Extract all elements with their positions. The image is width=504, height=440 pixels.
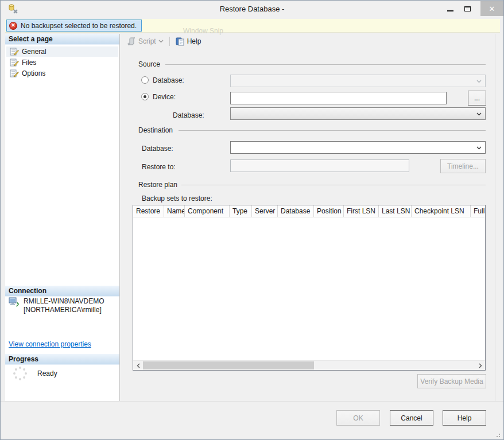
column-header-position: Position (314, 205, 344, 217)
warning-message-text: No backupset selected to be restored. (21, 22, 137, 30)
source-device-radio-label[interactable]: Device: (153, 93, 176, 101)
destination-group-title: Destination (138, 126, 173, 134)
connection-header: Connection (5, 286, 119, 297)
title-bar: Restore Database - ✕ (1, 1, 503, 18)
sidebar-item-label: Options (22, 69, 45, 77)
progress-spinner-icon (12, 365, 28, 381)
column-header-first-lsn: First LSN (344, 205, 379, 217)
timeline-button[interactable]: Timeline... (440, 159, 486, 173)
error-icon: ✕ (9, 22, 17, 30)
script-button[interactable]: Script (125, 36, 166, 46)
column-header-database: Database (278, 205, 314, 217)
column-header-server: Server (252, 205, 278, 217)
scrollbar-thumb[interactable] (143, 361, 314, 369)
close-button[interactable]: ✕ (480, 1, 503, 16)
toolbar: Script Help (120, 34, 495, 49)
source-group-title: Source (138, 60, 160, 68)
destination-database-combobox[interactable] (230, 141, 486, 154)
ok-button[interactable]: OK (336, 410, 380, 426)
script-icon (127, 37, 136, 45)
minimize-button[interactable] (441, 1, 459, 17)
column-header-last-lsn: Last LSN (379, 205, 412, 217)
help-toolbar-button[interactable]: Help (173, 36, 204, 47)
column-header-type: Type (230, 205, 252, 217)
browse-device-button[interactable]: ... (468, 91, 486, 106)
warning-message-box[interactable]: ✕ No backupset selected to be restored. (6, 20, 142, 32)
sidebar: Select a page General Files (5, 34, 120, 401)
page-icon (10, 48, 19, 56)
column-header-full-lsn: Full LSN (471, 205, 485, 217)
progress-header: Progress (5, 354, 119, 365)
sidebar-item-general[interactable]: General (6, 46, 118, 57)
server-connection-icon (9, 297, 20, 307)
scroll-left-arrow[interactable] (133, 361, 143, 370)
maximize-button[interactable] (459, 1, 476, 17)
sidebar-item-options[interactable]: Options (6, 68, 118, 79)
source-database-combobox[interactable] (230, 75, 486, 87)
restore-plan-group-line (181, 185, 486, 185)
script-label: Script (138, 37, 156, 45)
scroll-right-arrow[interactable] (475, 361, 485, 370)
destination-group-line (179, 130, 486, 131)
source-database-radio[interactable] (141, 76, 149, 84)
horizontal-scrollbar[interactable] (133, 360, 485, 370)
restore-plan-group-title: Restore plan (138, 181, 177, 189)
message-banner: ✕ No backupset selected to be restored. (5, 19, 500, 33)
page-icon (10, 69, 19, 78)
column-header-restore: Restore (133, 205, 164, 217)
device-path-input[interactable] (230, 92, 447, 104)
toolbar-separator (169, 37, 170, 46)
sidebar-item-label: Files (22, 59, 36, 67)
help-button[interactable]: Help (443, 410, 486, 426)
footer-bar: OK Cancel Help (1, 401, 504, 440)
restore-to-label: Restore to: (142, 163, 176, 171)
connection-info: RMILLE-WIN8\NAVDEMO [NORTHAMERICA\rmille… (9, 297, 104, 314)
chevron-down-icon (158, 40, 164, 43)
verify-backup-media-button[interactable]: Verify Backup Media (417, 374, 486, 388)
select-a-page-header: Select a page (5, 34, 119, 45)
restore-database-dialog: Restore Database - ✕ ✕ No backupset sele… (0, 0, 504, 440)
page-icon (10, 59, 19, 67)
chevron-down-icon (476, 112, 482, 116)
column-header-checkpoint-lsn: Checkpoint LSN (412, 205, 471, 217)
server-name: RMILLE-WIN8\NAVDEMO (24, 297, 104, 306)
resize-grip[interactable] (494, 431, 500, 437)
snip-watermark: Window Snip (183, 27, 223, 35)
main-panel: Script Help Source Database: (120, 34, 495, 401)
chevron-down-icon (476, 146, 482, 150)
cancel-button[interactable]: Cancel (390, 410, 433, 426)
source-database-select[interactable] (230, 107, 486, 120)
source-group-line (165, 64, 486, 65)
chevron-down-icon (476, 80, 482, 83)
source-device-radio[interactable] (141, 93, 149, 100)
connection-server-text: RMILLE-WIN8\NAVDEMO [NORTHAMERICA\rmille… (24, 297, 104, 314)
source-database-radio-label[interactable]: Database: (153, 76, 184, 84)
column-header-component: Component (185, 205, 230, 217)
backup-sets-label: Backup sets to restore: (142, 194, 212, 203)
sidebar-item-label: General (22, 48, 46, 56)
help-toolbar-label: Help (187, 37, 201, 45)
window-title: Restore Database - (1, 5, 503, 13)
view-connection-properties-link[interactable]: View connection properties (9, 340, 91, 348)
grid-body-empty (133, 217, 485, 360)
destination-database-label: Database: (142, 145, 173, 153)
restore-to-input[interactable] (230, 159, 409, 172)
grid-header-row: Restore Name Component Type Server Datab… (133, 205, 485, 217)
backup-sets-grid: Restore Name Component Type Server Datab… (133, 205, 486, 371)
column-header-name: Name (164, 205, 185, 217)
sidebar-item-files[interactable]: Files (6, 57, 118, 68)
page-list: General Files Options (5, 46, 119, 79)
source-database-select-label: Database: (173, 111, 204, 119)
progress-status: Ready (37, 369, 57, 377)
server-credentials: [NORTHAMERICA\rmille] (24, 306, 104, 314)
help-icon (176, 37, 185, 46)
